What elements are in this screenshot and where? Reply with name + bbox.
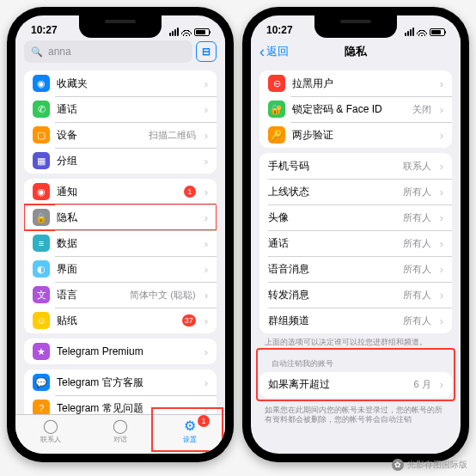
battery-icon	[194, 28, 210, 36]
chevron-right-icon: ›	[204, 129, 208, 142]
row-privacy[interactable]: 🔒隐私›	[24, 204, 217, 230]
group-privacy-options: 手机号码联系人› 上线状态所有人› 头像所有人› 通话所有人› 语音消息所有人›…	[259, 153, 452, 333]
row-lastseen[interactable]: 上线状态所有人›	[259, 179, 452, 204]
row-calls[interactable]: 通话所有人›	[259, 230, 452, 256]
group-settings: ◉通知1› 🔒隐私› ≡数据› ◐界面› 文语言简体中文 (聪聪)› ☺贴纸37…	[24, 179, 217, 333]
badge: 1	[198, 415, 210, 427]
chevron-right-icon: ›	[440, 378, 443, 391]
chevron-right-icon: ›	[204, 402, 208, 415]
row-voice[interactable]: 语音消息所有人›	[259, 256, 452, 282]
badge: 1	[184, 186, 196, 198]
tab-chats[interactable]: ◯对话	[85, 415, 155, 447]
chevron-right-icon: ›	[204, 103, 208, 116]
group-autodestroy: 如果离开超过6 月›	[259, 372, 452, 398]
row-support[interactable]: 💬Telegram 官方客服›	[24, 369, 217, 395]
chevron-right-icon: ›	[440, 186, 443, 198]
row-forward[interactable]: 转发消息所有人›	[259, 282, 452, 308]
chevron-right-icon: ›	[204, 376, 208, 389]
qr-button[interactable]: ⊟	[196, 41, 217, 62]
group-security: ⊖拉黑用户› 🔐锁定密码 & Face ID关闭› 🔑两步验证›	[259, 70, 452, 148]
phone-left: 10:27 🔍 ⊟ ◉收藏夹› ✆通话› ▢设备扫描二维码›	[7, 7, 234, 462]
group-premium: ★Telegram Premium›	[24, 339, 217, 364]
chevron-right-icon: ›	[204, 211, 208, 224]
row-avatar[interactable]: 头像所有人›	[259, 204, 452, 230]
chevron-right-icon: ›	[204, 345, 208, 358]
tab-contacts[interactable]: ◯联系人	[15, 415, 85, 447]
phone-right: 10:27 ‹返回 隐私 ⊖拉黑用户› 🔐锁定密码 & Face ID关闭› 🔑…	[242, 7, 469, 462]
row-data[interactable]: ≡数据›	[24, 230, 217, 256]
row-phone[interactable]: 手机号码联系人›	[259, 153, 452, 179]
search-icon: 🔍	[31, 46, 43, 58]
data-icon: ≡	[33, 235, 50, 252]
hint-autodestroy: 如果您在此期间内您的帐号未登录过，您的帐号的所有资料都会被删除，您的帐号将会自动…	[251, 401, 461, 425]
language-icon: 文	[33, 286, 50, 303]
chat-icon: ◯	[112, 418, 129, 434]
clock: 10:27	[266, 24, 293, 36]
chevron-right-icon: ›	[204, 186, 208, 198]
row-notifications[interactable]: ◉通知1›	[24, 179, 217, 204]
chevron-right-icon: ›	[204, 314, 208, 327]
wechat-icon: ✿	[392, 459, 404, 471]
bell-icon: ◉	[33, 183, 50, 200]
chevron-right-icon: ›	[204, 155, 208, 168]
chevron-left-icon: ‹	[259, 43, 265, 61]
back-button[interactable]: ‹返回	[259, 43, 289, 61]
person-icon: ◯	[42, 418, 59, 434]
row-favorites[interactable]: ◉收藏夹›	[24, 70, 217, 96]
chevron-right-icon: ›	[204, 77, 208, 90]
group-help: 💬Telegram 官方客服› ?Telegram 常见问题›	[24, 369, 217, 421]
block-icon: ⊖	[268, 75, 285, 92]
lock-icon: 🔒	[33, 209, 50, 226]
chevron-right-icon: ›	[440, 103, 443, 116]
row-language[interactable]: 文语言简体中文 (聪聪)›	[24, 282, 217, 308]
row-calls[interactable]: ✆通话›	[24, 96, 217, 122]
chevron-right-icon: ›	[204, 263, 208, 276]
chevron-right-icon: ›	[440, 129, 443, 142]
clock: 10:27	[31, 24, 58, 36]
row-appearance[interactable]: ◐界面›	[24, 256, 217, 282]
phone-icon: ✆	[33, 101, 50, 118]
row-passcode[interactable]: 🔐锁定密码 & Face ID关闭›	[259, 96, 452, 122]
badge: 37	[182, 314, 196, 326]
chevron-right-icon: ›	[440, 237, 443, 250]
signal-icon	[405, 27, 414, 36]
device-icon: ▢	[33, 126, 50, 143]
section-header-autodestroy: 自动注销我的账号	[258, 350, 454, 372]
chevron-right-icon: ›	[204, 289, 208, 302]
hint-groups: 上面的选项可以决定谁可以拉您进群组和频道。	[251, 333, 461, 348]
battery-icon	[430, 28, 445, 36]
lock-icon: 🔐	[268, 101, 285, 118]
folder-icon: ▦	[33, 152, 50, 169]
row-groups[interactable]: 群组频道所有人›	[259, 308, 452, 333]
support-icon: 💬	[33, 374, 50, 391]
search-input[interactable]: 🔍	[24, 40, 192, 63]
chevron-right-icon: ›	[440, 263, 443, 276]
chevron-right-icon: ›	[440, 211, 443, 224]
wifi-icon	[181, 28, 192, 36]
chevron-right-icon: ›	[440, 314, 443, 327]
signal-icon	[169, 27, 179, 36]
row-devices[interactable]: ▢设备扫描二维码›	[24, 122, 217, 148]
bookmark-icon: ◉	[33, 75, 50, 92]
group-favorites: ◉收藏夹› ✆通话› ▢设备扫描二维码› ▦分组›	[24, 70, 217, 174]
sticker-icon: ☺	[33, 312, 50, 329]
highlight-auto-delete: 自动注销我的账号 如果离开超过6 月›	[258, 350, 454, 400]
row-2fa[interactable]: 🔑两步验证›	[259, 122, 452, 148]
row-folders[interactable]: ▦分组›	[24, 148, 217, 174]
chevron-right-icon: ›	[204, 237, 208, 250]
row-away-duration[interactable]: 如果离开超过6 月›	[259, 372, 452, 398]
gear-icon: ⚙	[181, 418, 198, 434]
search-field[interactable]	[48, 46, 186, 58]
tab-settings[interactable]: ⚙设置1	[156, 415, 225, 447]
chevron-right-icon: ›	[440, 160, 443, 173]
key-icon: 🔑	[268, 126, 285, 143]
theme-icon: ◐	[33, 260, 50, 278]
row-stickers[interactable]: ☺贴纸37›	[24, 308, 217, 333]
nav-bar: ‹返回 隐私	[251, 38, 461, 65]
row-blocked[interactable]: ⊖拉黑用户›	[259, 70, 452, 96]
watermark: ✿ 光影存图国际版	[392, 459, 467, 471]
chevron-right-icon: ›	[440, 289, 443, 302]
star-icon: ★	[33, 343, 50, 360]
wifi-icon	[417, 28, 427, 36]
row-premium[interactable]: ★Telegram Premium›	[24, 339, 217, 364]
